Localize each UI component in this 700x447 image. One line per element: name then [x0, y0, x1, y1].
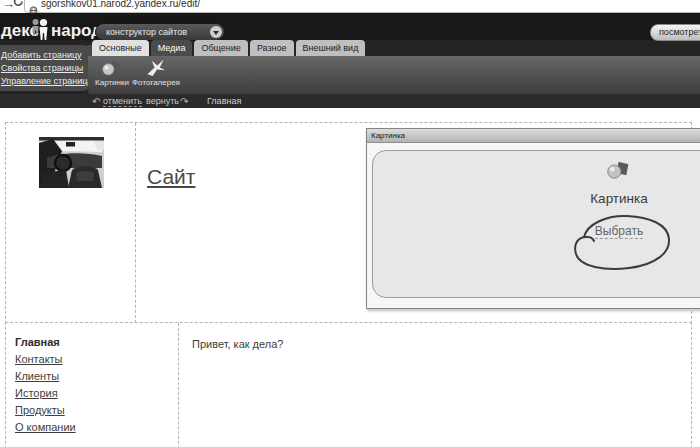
address-bar[interactable]: sgorshkov01.narod2.yandex.ru/edit/ — [24, 0, 700, 13]
nav-kontakty[interactable]: Контакты — [15, 353, 76, 365]
site-title-link[interactable]: Сайт — [147, 165, 195, 189]
browser-bar: → sgorshkov01.narod2.yandex.ru/edit/ — [0, 0, 700, 13]
nav-istoriya[interactable]: История — [15, 387, 76, 399]
editor-tabs: Основные Медиа Общение Разное Внешний ви… — [92, 40, 365, 56]
editor-header: декс народ конструктор сайтов посмотреть… — [0, 13, 700, 108]
screen: → sgorshkov01.narod2.yandex.ru/edit/ дек… — [0, 0, 700, 447]
preview-site-button[interactable]: посмотреть — [650, 24, 700, 41]
nav-glavnaya: Главная — [15, 336, 76, 348]
tab-vneshniy-vid[interactable]: Внешний вид — [296, 40, 366, 56]
tab-obshchenie[interactable]: Общение — [194, 40, 247, 56]
picture-dialog-title: Картинка — [371, 131, 405, 140]
mode-select-value: конструктор сайтов — [106, 27, 187, 37]
redo-icon[interactable]: ↷ — [180, 96, 188, 107]
menu-add-page[interactable]: Добавить страницу — [1, 50, 82, 60]
nav-o-kompanii[interactable]: О компании — [15, 421, 76, 433]
undo-icon[interactable]: ↶ — [92, 96, 100, 107]
picture-placeholder-panel — [372, 150, 700, 298]
picture-dialog: Картинка Картинка Выбрать — [366, 128, 700, 309]
photogallery-label: Фотогалерея — [130, 78, 182, 87]
cell-divider — [178, 323, 179, 447]
current-page-label: Главная — [207, 96, 241, 106]
media-toolbar: Картинки Фотогалерея — [88, 56, 700, 94]
tab-raznoe[interactable]: Разное — [250, 40, 294, 56]
choose-picture-link[interactable]: Выбрать — [595, 224, 643, 239]
tool-pictures[interactable]: Картинки — [94, 58, 130, 87]
preview-site-label: посмотреть — [659, 27, 700, 37]
mode-select[interactable]: конструктор сайтов — [95, 23, 225, 41]
page-menu-bubble: Добавить страницу Свойства страницы Упра… — [0, 45, 92, 91]
edit-history-bar: ↶ отменить вернуть ↷ Главная — [0, 94, 700, 108]
page-block-bottom: Главная Контакты Клиенты История Продукт… — [5, 322, 692, 447]
menu-page-properties[interactable]: Свойства страницы — [1, 63, 83, 73]
undo-button[interactable]: отменить — [103, 96, 142, 107]
chevron-down-icon — [210, 26, 222, 38]
url-text[interactable]: sgorshkov01.narod2.yandex.ru/edit/ — [41, 0, 200, 9]
nav-produkty[interactable]: Продукты — [15, 404, 76, 416]
car-interior-image[interactable] — [39, 137, 104, 188]
reload-icon[interactable] — [13, 0, 24, 10]
redo-button[interactable]: вернуть — [146, 96, 179, 106]
site-nav: Главная Контакты Клиенты История Продукт… — [15, 336, 76, 438]
picture-placeholder-label: Картинка — [590, 191, 647, 206]
pictures-label: Картинки — [94, 78, 130, 87]
picture-dialog-titlebar[interactable]: Картинка — [367, 129, 700, 143]
page-content-text[interactable]: Привет, как дела? — [192, 338, 283, 350]
tab-media[interactable]: Медиа — [151, 40, 193, 56]
pictures-icon — [100, 58, 124, 77]
nav-klienty[interactable]: Клиенты — [15, 370, 76, 382]
tool-photogallery[interactable]: Фотогалерея — [130, 58, 182, 87]
picture-placeholder-icon — [605, 159, 632, 180]
photogallery-bird-icon — [144, 58, 168, 77]
tab-osnovnye[interactable]: Основные — [92, 40, 149, 56]
cell-divider — [135, 123, 136, 323]
people-icon — [29, 17, 51, 43]
